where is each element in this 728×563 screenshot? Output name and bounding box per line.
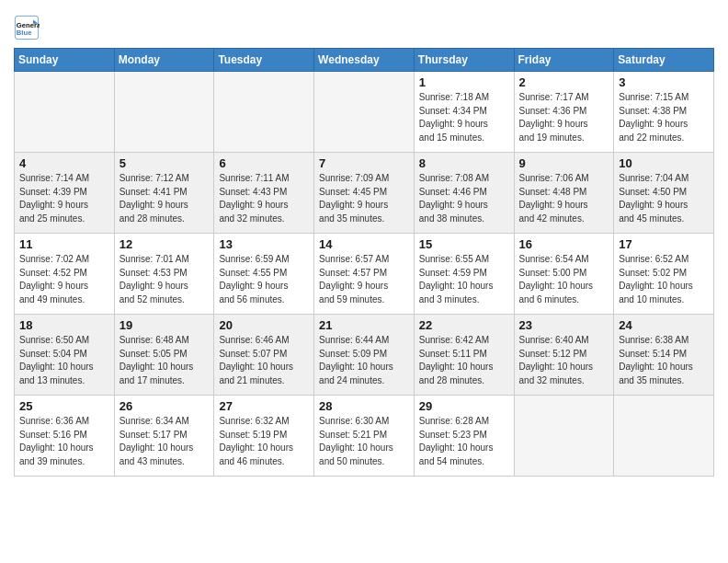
day-number: 12 [119, 237, 210, 251]
day-number: 27 [219, 399, 309, 413]
day-number: 17 [619, 237, 709, 251]
week-row: 25Sunrise: 6:36 AM Sunset: 5:16 PM Dayli… [15, 396, 714, 477]
day-info: Sunrise: 7:04 AM Sunset: 4:50 PM Dayligh… [619, 172, 709, 225]
day-number: 25 [19, 399, 109, 413]
day-number: 7 [319, 156, 409, 170]
day-info: Sunrise: 7:09 AM Sunset: 4:45 PM Dayligh… [319, 172, 409, 225]
calendar-cell: 24Sunrise: 6:38 AM Sunset: 5:14 PM Dayli… [614, 315, 714, 396]
calendar-cell: 11Sunrise: 7:02 AM Sunset: 4:52 PM Dayli… [15, 234, 115, 315]
calendar-cell: 12Sunrise: 7:01 AM Sunset: 4:53 PM Dayli… [114, 234, 214, 315]
day-info: Sunrise: 6:30 AM Sunset: 5:21 PM Dayligh… [319, 415, 409, 468]
day-info: Sunrise: 6:59 AM Sunset: 4:55 PM Dayligh… [219, 253, 309, 306]
day-info: Sunrise: 7:06 AM Sunset: 4:48 PM Dayligh… [519, 172, 609, 225]
day-number: 6 [219, 156, 309, 170]
calendar-cell: 20Sunrise: 6:46 AM Sunset: 5:07 PM Dayli… [214, 315, 314, 396]
day-info: Sunrise: 6:34 AM Sunset: 5:17 PM Dayligh… [119, 415, 210, 468]
day-number: 19 [119, 318, 210, 332]
day-number: 28 [319, 399, 409, 413]
day-info: Sunrise: 6:54 AM Sunset: 5:00 PM Dayligh… [519, 253, 609, 306]
calendar-cell [114, 72, 214, 153]
day-number: 11 [19, 237, 109, 251]
day-info: Sunrise: 6:32 AM Sunset: 5:19 PM Dayligh… [219, 415, 309, 468]
day-info: Sunrise: 6:36 AM Sunset: 5:16 PM Dayligh… [19, 415, 109, 468]
day-info: Sunrise: 6:38 AM Sunset: 5:14 PM Dayligh… [619, 334, 709, 387]
day-number: 9 [519, 156, 609, 170]
weekday-wednesday: Wednesday [314, 49, 415, 72]
calendar-cell: 16Sunrise: 6:54 AM Sunset: 5:00 PM Dayli… [514, 234, 614, 315]
day-info: Sunrise: 6:57 AM Sunset: 4:57 PM Dayligh… [319, 253, 409, 306]
day-info: Sunrise: 7:18 AM Sunset: 4:34 PM Dayligh… [419, 91, 509, 144]
weekday-tuesday: Tuesday [214, 49, 314, 72]
calendar-cell: 21Sunrise: 6:44 AM Sunset: 5:09 PM Dayli… [314, 315, 415, 396]
calendar-cell: 10Sunrise: 7:04 AM Sunset: 4:50 PM Dayli… [614, 153, 714, 234]
day-number: 13 [219, 237, 309, 251]
calendar-body: 1Sunrise: 7:18 AM Sunset: 4:34 PM Daylig… [15, 72, 714, 477]
calendar-cell: 9Sunrise: 7:06 AM Sunset: 4:48 PM Daylig… [514, 153, 614, 234]
calendar-cell: 15Sunrise: 6:55 AM Sunset: 4:59 PM Dayli… [414, 234, 514, 315]
calendar-cell [514, 396, 614, 477]
weekday-saturday: Saturday [614, 49, 714, 72]
day-number: 3 [619, 75, 709, 89]
day-number: 21 [319, 318, 409, 332]
weekday-thursday: Thursday [414, 49, 514, 72]
day-number: 8 [419, 156, 509, 170]
weekday-header: SundayMondayTuesdayWednesdayThursdayFrid… [15, 49, 714, 72]
calendar-cell: 22Sunrise: 6:42 AM Sunset: 5:11 PM Dayli… [414, 315, 514, 396]
calendar-cell [15, 72, 115, 153]
day-number: 1 [419, 75, 509, 89]
day-number: 4 [19, 156, 109, 170]
weekday-sunday: Sunday [15, 49, 115, 72]
calendar-cell: 28Sunrise: 6:30 AM Sunset: 5:21 PM Dayli… [314, 396, 415, 477]
day-number: 16 [519, 237, 609, 251]
day-number: 14 [319, 237, 409, 251]
day-info: Sunrise: 6:48 AM Sunset: 5:05 PM Dayligh… [119, 334, 210, 387]
calendar-cell: 26Sunrise: 6:34 AM Sunset: 5:17 PM Dayli… [114, 396, 214, 477]
calendar-cell: 7Sunrise: 7:09 AM Sunset: 4:45 PM Daylig… [314, 153, 415, 234]
week-row: 1Sunrise: 7:18 AM Sunset: 4:34 PM Daylig… [15, 72, 714, 153]
calendar-cell: 3Sunrise: 7:15 AM Sunset: 4:38 PM Daylig… [614, 72, 714, 153]
calendar-cell: 23Sunrise: 6:40 AM Sunset: 5:12 PM Dayli… [514, 315, 614, 396]
day-number: 26 [119, 399, 210, 413]
day-info: Sunrise: 7:01 AM Sunset: 4:53 PM Dayligh… [119, 253, 210, 306]
calendar-cell: 25Sunrise: 6:36 AM Sunset: 5:16 PM Dayli… [15, 396, 115, 477]
day-info: Sunrise: 7:15 AM Sunset: 4:38 PM Dayligh… [619, 91, 709, 144]
calendar-cell [314, 72, 415, 153]
day-info: Sunrise: 7:12 AM Sunset: 4:41 PM Dayligh… [119, 172, 210, 225]
day-info: Sunrise: 6:46 AM Sunset: 5:07 PM Dayligh… [219, 334, 309, 387]
day-number: 24 [619, 318, 709, 332]
calendar-cell: 14Sunrise: 6:57 AM Sunset: 4:57 PM Dayli… [314, 234, 415, 315]
day-info: Sunrise: 6:52 AM Sunset: 5:02 PM Dayligh… [619, 253, 709, 306]
calendar-cell: 6Sunrise: 7:11 AM Sunset: 4:43 PM Daylig… [214, 153, 314, 234]
day-info: Sunrise: 6:28 AM Sunset: 5:23 PM Dayligh… [419, 415, 509, 468]
calendar-cell: 2Sunrise: 7:17 AM Sunset: 4:36 PM Daylig… [514, 72, 614, 153]
day-number: 5 [119, 156, 210, 170]
day-number: 29 [419, 399, 509, 413]
day-number: 15 [419, 237, 509, 251]
weekday-monday: Monday [114, 49, 214, 72]
calendar-cell: 29Sunrise: 6:28 AM Sunset: 5:23 PM Dayli… [414, 396, 514, 477]
day-number: 10 [619, 156, 709, 170]
day-number: 20 [219, 318, 309, 332]
calendar-cell: 19Sunrise: 6:48 AM Sunset: 5:05 PM Dayli… [114, 315, 214, 396]
calendar-cell: 13Sunrise: 6:59 AM Sunset: 4:55 PM Dayli… [214, 234, 314, 315]
calendar-cell: 17Sunrise: 6:52 AM Sunset: 5:02 PM Dayli… [614, 234, 714, 315]
week-row: 4Sunrise: 7:14 AM Sunset: 4:39 PM Daylig… [15, 153, 714, 234]
logo: General Blue [14, 15, 43, 40]
day-number: 18 [19, 318, 109, 332]
day-info: Sunrise: 7:14 AM Sunset: 4:39 PM Dayligh… [19, 172, 109, 225]
day-info: Sunrise: 7:02 AM Sunset: 4:52 PM Dayligh… [19, 253, 109, 306]
calendar-cell: 1Sunrise: 7:18 AM Sunset: 4:34 PM Daylig… [414, 72, 514, 153]
calendar: SundayMondayTuesdayWednesdayThursdayFrid… [14, 48, 714, 477]
day-number: 23 [519, 318, 609, 332]
calendar-cell: 5Sunrise: 7:12 AM Sunset: 4:41 PM Daylig… [114, 153, 214, 234]
day-info: Sunrise: 7:17 AM Sunset: 4:36 PM Dayligh… [519, 91, 609, 144]
day-info: Sunrise: 6:55 AM Sunset: 4:59 PM Dayligh… [419, 253, 509, 306]
day-info: Sunrise: 7:08 AM Sunset: 4:46 PM Dayligh… [419, 172, 509, 225]
calendar-cell: 8Sunrise: 7:08 AM Sunset: 4:46 PM Daylig… [414, 153, 514, 234]
day-number: 22 [419, 318, 509, 332]
svg-text:Blue: Blue [17, 29, 32, 37]
day-info: Sunrise: 6:40 AM Sunset: 5:12 PM Dayligh… [519, 334, 609, 387]
week-row: 18Sunrise: 6:50 AM Sunset: 5:04 PM Dayli… [15, 315, 714, 396]
weekday-friday: Friday [514, 49, 614, 72]
calendar-cell [214, 72, 314, 153]
